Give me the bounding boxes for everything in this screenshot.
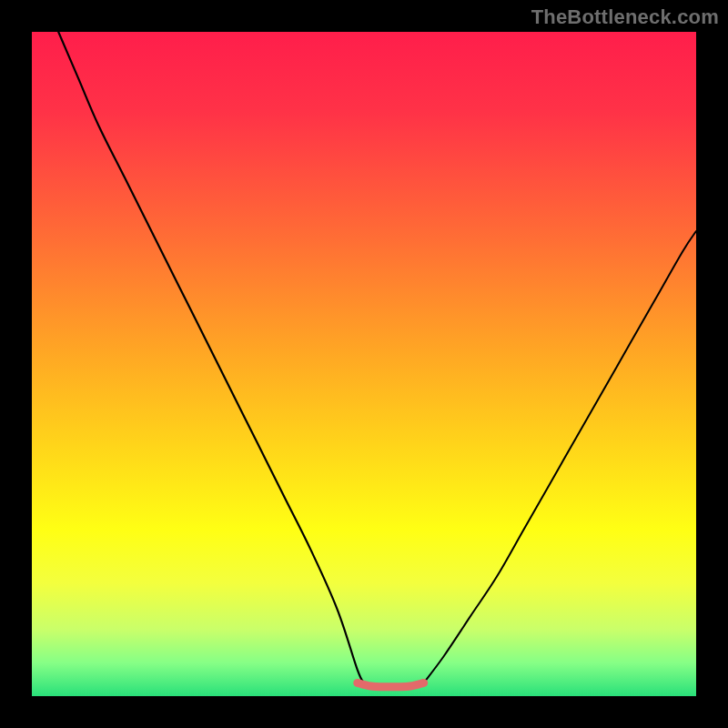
- chart-frame: TheBottleneck.com: [0, 0, 728, 728]
- right-branch: [424, 231, 696, 682]
- watermark-text: TheBottleneck.com: [531, 5, 719, 29]
- left-branch: [58, 32, 364, 682]
- trough-marker: [358, 682, 424, 686]
- plot-area: [32, 32, 696, 696]
- curves-svg: [32, 32, 696, 696]
